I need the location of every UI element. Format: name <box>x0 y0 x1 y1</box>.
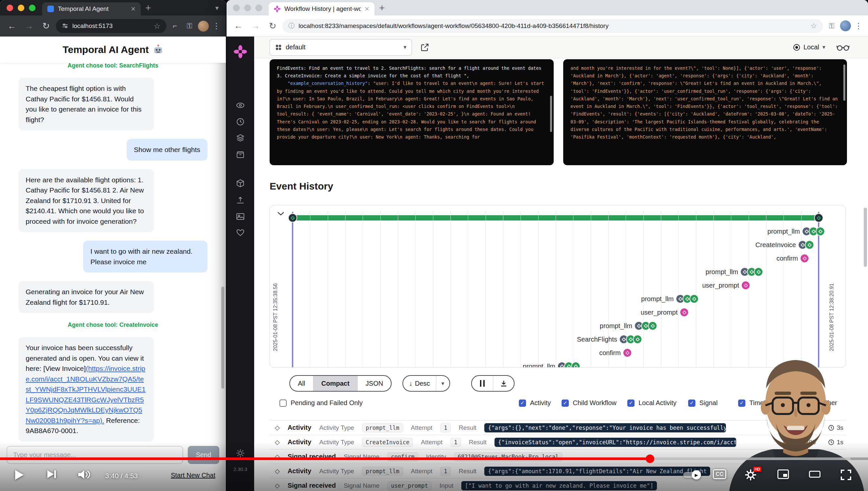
archive-box-icon[interactable] <box>236 150 245 159</box>
checkbox-unchecked-icon[interactable] <box>279 400 287 407</box>
timeline-marker-green[interactable] <box>689 294 699 304</box>
close-tab-icon[interactable]: × <box>365 5 369 13</box>
timeline-item-label: SearchFlights <box>577 335 617 344</box>
address-bar[interactable]: localhost:5173 ☆ <box>56 19 166 33</box>
timeline-gridline <box>644 211 644 367</box>
timeline-marker-green[interactable] <box>633 335 642 344</box>
next-button[interactable] <box>47 469 57 479</box>
miniplayer-button[interactable] <box>777 469 789 479</box>
timeline-gridline <box>749 211 749 367</box>
tab-search-chevron-icon[interactable]: ▾ <box>215 4 219 12</box>
media-image-icon[interactable] <box>236 212 245 221</box>
collapse-chevron-icon[interactable] <box>277 211 285 216</box>
checkbox-checked-icon[interactable]: ✓ <box>627 400 634 407</box>
reload-icon[interactable]: ↻ <box>265 21 280 31</box>
extensions-icon[interactable]: ⚿ <box>183 22 195 30</box>
passwords-icon[interactable]: ⌐ <box>169 22 181 30</box>
volume-icon[interactable] <box>78 469 91 480</box>
temporal-logo[interactable] <box>234 45 247 58</box>
feedback-heart-icon[interactable] <box>236 228 245 237</box>
open-in-new-icon[interactable] <box>421 43 429 52</box>
pause-button[interactable] <box>472 376 493 391</box>
forward-icon[interactable]: → <box>22 21 36 31</box>
import-upload-icon[interactable] <box>236 196 245 204</box>
fullscreen-button[interactable] <box>840 469 851 481</box>
address-bar[interactable]: ⓘ localhost:8233/namespaces/default/work… <box>282 19 823 33</box>
settings-button[interactable]: HD <box>745 469 756 482</box>
new-tab-button[interactable]: + <box>379 2 385 13</box>
timeline-marker-green[interactable] <box>648 321 657 330</box>
reload-icon[interactable]: ↻ <box>39 21 53 31</box>
sort-order-button[interactable]: ↓Desc ▾ <box>402 375 450 392</box>
view-tab-json[interactable]: JSON <box>358 376 391 391</box>
filter-local-activity[interactable]: ✓Local Activity <box>627 399 677 407</box>
profile-avatar[interactable] <box>840 21 851 31</box>
labs-glasses-icon[interactable] <box>836 43 849 52</box>
theater-mode-button[interactable] <box>809 469 820 479</box>
chat-app-header: Temporal AI Agent <box>0 36 226 63</box>
timeline-marker-green[interactable] <box>805 240 814 250</box>
back-icon[interactable]: ← <box>5 21 19 31</box>
timeline-marker-pink[interactable] <box>800 254 809 263</box>
profile-avatar[interactable] <box>198 21 209 32</box>
timeline-marker-pink[interactable] <box>680 308 689 317</box>
bookmark-star-icon[interactable]: ☆ <box>810 21 817 30</box>
pending-failed-filter[interactable]: Pending and Failed Only <box>279 399 363 407</box>
browser-tab[interactable]: Temporal AI Agent × <box>42 2 141 16</box>
workflows-eye-icon[interactable] <box>236 101 245 110</box>
checkbox-checked-icon[interactable]: ✓ <box>519 400 526 407</box>
sort-dropdown-chevron-icon[interactable]: ▾ <box>436 376 450 391</box>
minimize-window-button[interactable] <box>18 5 24 11</box>
close-window-button[interactable] <box>7 5 13 11</box>
stack-layers-icon[interactable] <box>236 134 245 142</box>
sort-label: Desc <box>415 380 430 387</box>
namespace-icon <box>275 44 282 51</box>
result-panel-scrollbar[interactable] <box>843 64 845 101</box>
view-tab-all[interactable]: All <box>290 376 313 391</box>
timeline-marker-green[interactable] <box>571 362 580 368</box>
expand-diamond-icon[interactable]: ◇ <box>275 424 280 431</box>
view-tab-compact[interactable]: Compact <box>313 376 358 391</box>
zoom-window-button[interactable] <box>255 5 262 11</box>
namespace-select[interactable]: default ▾ <box>270 39 412 56</box>
close-window-button[interactable] <box>233 5 240 11</box>
minimize-window-button[interactable] <box>244 5 251 11</box>
page-scrollbar[interactable] <box>864 208 867 267</box>
filter-activity[interactable]: ✓Activity <box>519 399 551 407</box>
cluster-select[interactable]: Local ▾ <box>793 44 825 51</box>
browser-tab[interactable]: Workflow History | agent-wor × <box>269 2 374 16</box>
new-tab-button[interactable]: + <box>145 2 151 13</box>
browser-menu-icon[interactable]: ⋮ <box>211 21 221 31</box>
schedules-clock-icon[interactable] <box>236 117 245 126</box>
timeline-marker-green[interactable] <box>816 227 825 236</box>
bookmark-star-icon[interactable]: ☆ <box>154 22 160 31</box>
checkbox-checked-icon[interactable]: ✓ <box>688 400 695 407</box>
timeline-marker-end[interactable] <box>814 213 823 223</box>
invoice-link[interactable]: (https://invoice.stripe.com/i/acct_1NBOL… <box>26 365 146 424</box>
autoplay-toggle[interactable]: ▶ <box>683 472 700 478</box>
filter-signal[interactable]: ✓Signal <box>688 399 718 407</box>
timeline-marker-pink[interactable] <box>623 348 632 357</box>
timeline-marker-end[interactable] <box>288 213 297 223</box>
captions-button[interactable]: CC <box>713 469 726 479</box>
checkbox-checked-icon[interactable]: ✓ <box>562 400 569 407</box>
timeline-marker-pink[interactable] <box>741 281 750 290</box>
video-progress-bar[interactable] <box>0 457 868 460</box>
zoom-window-button[interactable] <box>29 5 35 11</box>
input-panel-scrollbar[interactable] <box>550 96 552 132</box>
filter-child-workflow[interactable]: ✓Child Workflow <box>562 399 617 407</box>
chat-message-user: I want to go with air new zealand. Pleas… <box>83 240 208 272</box>
codec-cube-icon[interactable] <box>236 179 245 187</box>
extensions-icon[interactable]: ⚿ <box>826 22 837 30</box>
download-button[interactable] <box>493 376 514 391</box>
play-button[interactable] <box>14 469 24 481</box>
forward-icon[interactable]: → <box>248 21 263 31</box>
chat-scrollbar[interactable] <box>221 287 224 389</box>
back-icon[interactable]: ← <box>231 21 246 31</box>
site-settings-icon[interactable] <box>62 23 68 29</box>
site-info-icon[interactable]: ⓘ <box>288 22 294 30</box>
close-tab-icon[interactable]: × <box>131 5 135 13</box>
timeline-marker-green[interactable] <box>754 267 763 277</box>
timeline-item-label: user_prompt <box>641 308 678 317</box>
browser-menu-icon[interactable]: ⋮ <box>854 21 863 31</box>
